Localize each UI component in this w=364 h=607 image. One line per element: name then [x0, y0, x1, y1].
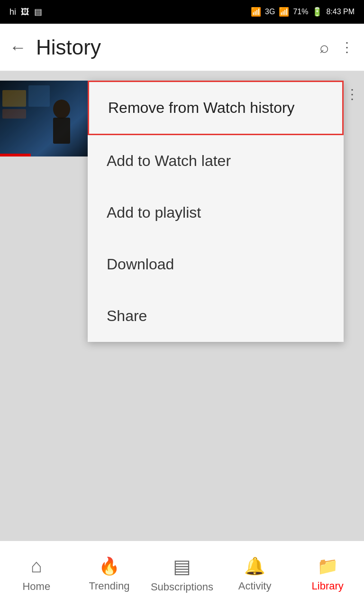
- subscriptions-label: Subscriptions: [151, 581, 213, 593]
- subscriptions-icon: ▤: [173, 555, 191, 577]
- activity-label: Activity: [238, 580, 272, 592]
- more-options-button[interactable]: ⋮: [340, 39, 355, 55]
- battery-label: 71%: [293, 8, 308, 16]
- subtitles-icon: ▤: [34, 7, 42, 17]
- nav-library[interactable]: 📁 Library: [291, 556, 364, 592]
- trending-label: Trending: [89, 580, 129, 592]
- context-menu: Remove from Watch history Add to Watch l…: [88, 81, 344, 342]
- home-label: Home: [22, 580, 50, 593]
- status-bar: hi 🖼 ▤ 📶 3G 📶 71% 🔋 8:43 PM: [0, 0, 364, 24]
- home-icon: ⌂: [31, 555, 42, 577]
- library-icon: 📁: [317, 556, 338, 576]
- download-button[interactable]: Download: [88, 239, 344, 290]
- nav-activity[interactable]: 🔔 Activity: [218, 556, 291, 592]
- page-title: History: [36, 36, 319, 59]
- battery-icon: 🔋: [312, 7, 322, 17]
- image-icon: 🖼: [21, 7, 29, 17]
- library-label: Library: [312, 580, 344, 592]
- remove-from-watch-history-button[interactable]: Remove from Watch history: [88, 81, 344, 135]
- signal-icon: 📶: [251, 7, 261, 17]
- back-button[interactable]: ←: [9, 37, 27, 57]
- hi-icon: hi: [9, 7, 16, 17]
- add-to-watch-later-button[interactable]: Add to Watch later: [88, 135, 344, 187]
- trending-icon: 🔥: [99, 556, 120, 576]
- time-label: 8:43 PM: [326, 8, 355, 16]
- nav-trending[interactable]: 🔥 Trending: [73, 556, 146, 592]
- share-button[interactable]: Share: [88, 290, 344, 342]
- cellular-icon: 📶: [279, 7, 289, 17]
- activity-icon: 🔔: [244, 556, 265, 576]
- app-bar: ← History ⌕ ⋮: [0, 24, 364, 71]
- search-button[interactable]: ⌕: [319, 38, 329, 56]
- add-to-playlist-button[interactable]: Add to playlist: [88, 187, 344, 239]
- nav-subscriptions[interactable]: ▤ Subscriptions: [146, 555, 218, 593]
- bottom-navigation: ⌂ Home 🔥 Trending ▤ Subscriptions 🔔 Acti…: [0, 541, 364, 607]
- nav-home[interactable]: ⌂ Home: [0, 555, 73, 593]
- network-label: 3G: [265, 8, 275, 16]
